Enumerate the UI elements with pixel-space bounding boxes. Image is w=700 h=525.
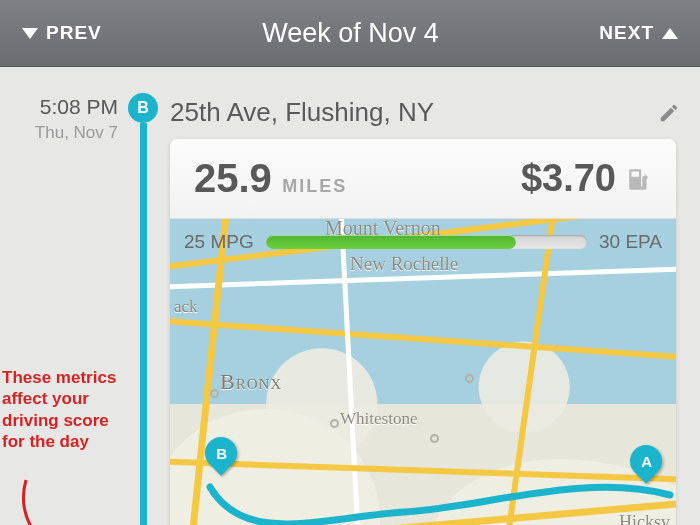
distance-unit: MILES: [282, 176, 347, 196]
map-area[interactable]: Mount Vernon New Rochelle ack Bronx Whit…: [170, 219, 676, 525]
chevron-down-icon: [22, 28, 38, 39]
fuel-cost-value: $3.70: [521, 157, 616, 200]
distance-value: 25.9: [194, 156, 272, 200]
trip-metrics-bar: 25.9 MILES $3.70: [170, 139, 676, 219]
mpg-row: 25 MPG 30 EPA: [184, 231, 662, 253]
map-label-ack: ack: [174, 297, 198, 317]
map-background: Mount Vernon New Rochelle ack Bronx Whit…: [170, 219, 676, 525]
epa-label: 30 EPA: [599, 231, 662, 253]
timeline-line: [140, 123, 147, 525]
prev-label: PREV: [46, 22, 102, 44]
edit-button[interactable]: [658, 102, 680, 124]
map-dot: [330, 419, 339, 428]
map-pin-a-label: A: [641, 453, 652, 470]
annotation-arrow-icon: [6, 475, 96, 525]
timeline-marker-b-label: B: [137, 99, 149, 117]
mpg-label: 25 MPG: [184, 231, 254, 253]
map-label-whitestone: Whitestone: [340, 409, 417, 429]
map-pin-a[interactable]: A: [630, 445, 662, 487]
annotation-text: These metrics affect your driving score …: [2, 367, 122, 452]
trip-time: 5:08 PM: [18, 95, 118, 119]
map-label-new-rochelle: New Rochelle: [350, 253, 458, 275]
map-pin-b[interactable]: B: [205, 437, 237, 479]
map-label-hicksville: HicksvLevit: [619, 513, 670, 525]
map-label-bronx: Bronx: [220, 369, 282, 395]
prev-button[interactable]: PREV: [22, 22, 102, 44]
timeline-marker-b: B: [128, 93, 158, 123]
fuel-cost-metric: $3.70: [521, 157, 652, 200]
header-title: Week of Nov 4: [262, 18, 439, 49]
chevron-up-icon: [662, 28, 678, 39]
distance-metric: 25.9 MILES: [194, 156, 347, 201]
map-dot: [210, 389, 219, 398]
destination-row: 25th Ave, Flushing, NY: [170, 97, 680, 128]
destination-text: 25th Ave, Flushing, NY: [170, 97, 434, 128]
fuel-pump-icon: [626, 164, 652, 194]
map-pin-b-label: B: [216, 445, 227, 462]
map-dot: [430, 434, 439, 443]
map-dot: [465, 374, 474, 383]
mpg-progress-fill: [266, 235, 517, 249]
trip-date: Thu, Nov 7: [18, 123, 118, 143]
next-button[interactable]: NEXT: [599, 22, 678, 44]
timestamp-column: 5:08 PM Thu, Nov 7: [18, 95, 118, 143]
next-label: NEXT: [599, 22, 654, 44]
road: [170, 316, 676, 367]
mpg-progress-bar: [266, 235, 587, 249]
trip-card: 25.9 MILES $3.70: [170, 139, 676, 525]
pencil-icon: [658, 102, 680, 124]
week-header: PREV Week of Nov 4 NEXT: [0, 0, 700, 67]
body: 5:08 PM Thu, Nov 7 B 25th Ave, Flushing,…: [0, 67, 700, 525]
